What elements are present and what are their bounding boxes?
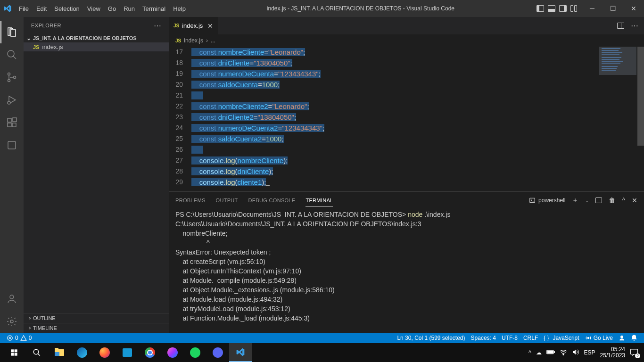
project-folder[interactable]: ⌄ JS_INT. A LA ORIENTACION DE OBJETOS bbox=[24, 34, 169, 42]
maximize-button[interactable]: ☐ bbox=[603, 0, 623, 17]
layout-sidebar-right-icon[interactable] bbox=[559, 5, 567, 12]
menu-run[interactable]: Run bbox=[120, 5, 139, 12]
breadcrumb[interactable]: JS index.js › ... bbox=[169, 34, 644, 47]
activity-run-debug-icon[interactable] bbox=[0, 89, 23, 111]
close-tab-icon[interactable]: ✕ bbox=[207, 22, 213, 30]
file-index-js[interactable]: JS index.js bbox=[24, 42, 169, 51]
editor-vertical-scrollbar[interactable] bbox=[637, 47, 644, 191]
activity-source-control-icon[interactable] bbox=[0, 66, 23, 89]
svg-rect-23 bbox=[547, 351, 553, 353]
taskbar-file-explorer-icon[interactable] bbox=[48, 343, 71, 362]
split-terminal-icon[interactable] bbox=[595, 197, 602, 203]
svg-rect-22 bbox=[553, 351, 554, 353]
activity-remote-icon[interactable] bbox=[0, 134, 23, 156]
tray-notifications-icon[interactable]: 2 bbox=[630, 348, 638, 357]
windows-taskbar: ^ ☁ ESP 05:24 25/1/2023 2 bbox=[0, 343, 644, 362]
menu-edit[interactable]: Edit bbox=[33, 5, 50, 12]
tray-chevron-up-icon[interactable]: ^ bbox=[528, 349, 531, 356]
terminal-dropdown-icon[interactable]: ⌄ bbox=[585, 198, 589, 203]
layout-sidebar-left-icon[interactable] bbox=[537, 5, 544, 12]
activity-extensions-icon[interactable] bbox=[0, 111, 23, 134]
activity-settings-icon[interactable] bbox=[0, 310, 23, 333]
new-terminal-icon[interactable]: ＋ bbox=[572, 196, 578, 205]
timeline-label: TIMELINE bbox=[33, 325, 57, 331]
activity-bar bbox=[0, 17, 24, 333]
timeline-section[interactable]: ⌄TIMELINE bbox=[24, 323, 169, 333]
tray-volume-icon[interactable] bbox=[572, 349, 579, 357]
status-encoding[interactable]: UTF-8 bbox=[499, 335, 520, 341]
tray-language[interactable]: ESP bbox=[584, 349, 595, 356]
warning-count: 0 bbox=[29, 335, 32, 341]
window-title: index.js - JS_INT. A LA ORIENTACION DE O… bbox=[190, 5, 532, 12]
layout-customize-icon[interactable] bbox=[570, 5, 577, 12]
taskbar-edge-icon[interactable] bbox=[71, 343, 93, 362]
menu-help[interactable]: Help bbox=[169, 5, 190, 12]
maximize-panel-icon[interactable]: ^ bbox=[622, 197, 625, 204]
main-area: EXPLORER ⋯ ⌄ JS_INT. A LA ORIENTACION DE… bbox=[0, 17, 644, 333]
split-editor-icon[interactable] bbox=[617, 23, 624, 29]
taskbar-spotify-icon[interactable] bbox=[184, 343, 206, 362]
window-controls: ─ ☐ ✕ bbox=[582, 0, 644, 17]
taskbar-discord-icon[interactable] bbox=[206, 343, 229, 362]
panel-tab-output[interactable]: OUTPUT bbox=[216, 195, 238, 206]
outline-label: OUTLINE bbox=[33, 315, 56, 321]
status-go-live[interactable]: Go Live bbox=[582, 335, 616, 341]
status-bar: 0 0 Ln 30, Col 1 (599 selected) Spaces: … bbox=[0, 333, 644, 343]
svg-point-14 bbox=[587, 337, 589, 339]
taskbar-firefox-icon[interactable] bbox=[93, 343, 116, 362]
outline-section[interactable]: ⌄OUTLINE bbox=[24, 313, 169, 323]
minimize-button[interactable]: ─ bbox=[582, 0, 603, 17]
activity-accounts-icon[interactable] bbox=[0, 288, 23, 310]
taskbar-vscode-icon[interactable] bbox=[229, 343, 252, 362]
menu-view[interactable]: View bbox=[83, 5, 104, 12]
tray-wifi-icon[interactable] bbox=[560, 349, 567, 357]
system-tray: ^ ☁ ESP 05:24 25/1/2023 2 bbox=[528, 346, 641, 359]
status-feedback-icon[interactable] bbox=[616, 335, 628, 341]
taskbar-chrome-icon[interactable] bbox=[139, 343, 161, 362]
status-language[interactable]: { }JavaScript bbox=[541, 335, 582, 341]
status-eol[interactable]: CRLF bbox=[520, 335, 541, 341]
status-notifications-icon[interactable] bbox=[628, 335, 640, 341]
panel-tab-debug-console[interactable]: DEBUG CONSOLE bbox=[248, 195, 296, 206]
menu-selection[interactable]: Selection bbox=[50, 5, 83, 12]
code-editor[interactable]: 17 const nombreCliente="Leonardo"; 18 co… bbox=[169, 47, 644, 191]
taskbar-messenger-icon[interactable] bbox=[161, 343, 184, 362]
explorer-more-icon[interactable]: ⋯ bbox=[154, 21, 162, 30]
js-file-icon: JS bbox=[173, 23, 179, 28]
panel-tab-problems[interactable]: PROBLEMS bbox=[175, 195, 206, 206]
svg-point-2 bbox=[8, 80, 10, 82]
taskbar-start-icon[interactable] bbox=[3, 343, 25, 362]
status-errors[interactable]: 0 0 bbox=[4, 335, 34, 341]
menu-file[interactable]: File bbox=[15, 5, 33, 12]
tab-index-js[interactable]: JS index.js ✕ bbox=[169, 17, 218, 34]
panel-tab-terminal[interactable]: TERMINAL bbox=[305, 195, 333, 206]
tray-clock[interactable]: 05:24 25/1/2023 bbox=[600, 346, 625, 359]
tray-onedrive-icon[interactable]: ☁ bbox=[536, 349, 542, 356]
kill-terminal-icon[interactable]: 🗑 bbox=[609, 197, 615, 204]
menu-go[interactable]: Go bbox=[104, 5, 120, 12]
tray-battery-icon[interactable] bbox=[546, 349, 555, 356]
taskbar-search-icon[interactable] bbox=[25, 343, 48, 362]
close-button[interactable]: ✕ bbox=[623, 0, 644, 17]
terminal-content[interactable]: PS C:\Users\Usuario\Documents\JS_INT. A … bbox=[169, 209, 644, 333]
status-spaces[interactable]: Spaces: 4 bbox=[468, 335, 499, 341]
terminal-shell-selector[interactable]: powershell bbox=[529, 197, 565, 204]
layout-panel-bottom-icon[interactable] bbox=[548, 5, 555, 12]
status-position[interactable]: Ln 30, Col 1 (599 selected) bbox=[394, 335, 468, 341]
svg-point-3 bbox=[14, 76, 16, 79]
breadcrumb-file: index.js bbox=[184, 37, 203, 44]
close-panel-icon[interactable]: ✕ bbox=[632, 197, 637, 204]
menu-terminal[interactable]: Terminal bbox=[139, 5, 169, 12]
minimap[interactable] bbox=[599, 47, 636, 191]
project-name: JS_INT. A LA ORIENTACION DE OBJETOS bbox=[33, 35, 137, 41]
tray-date: 25/1/2023 bbox=[600, 353, 625, 359]
activity-search-icon[interactable] bbox=[0, 43, 23, 66]
svg-rect-17 bbox=[15, 349, 17, 352]
activity-explorer-icon[interactable] bbox=[0, 21, 23, 43]
svg-point-24 bbox=[563, 354, 564, 355]
taskbar-store-icon[interactable] bbox=[116, 343, 139, 362]
js-file-icon: JS bbox=[175, 38, 181, 43]
svg-point-10 bbox=[10, 295, 14, 299]
svg-rect-8 bbox=[13, 118, 17, 122]
more-actions-icon[interactable]: ⋯ bbox=[631, 21, 638, 30]
